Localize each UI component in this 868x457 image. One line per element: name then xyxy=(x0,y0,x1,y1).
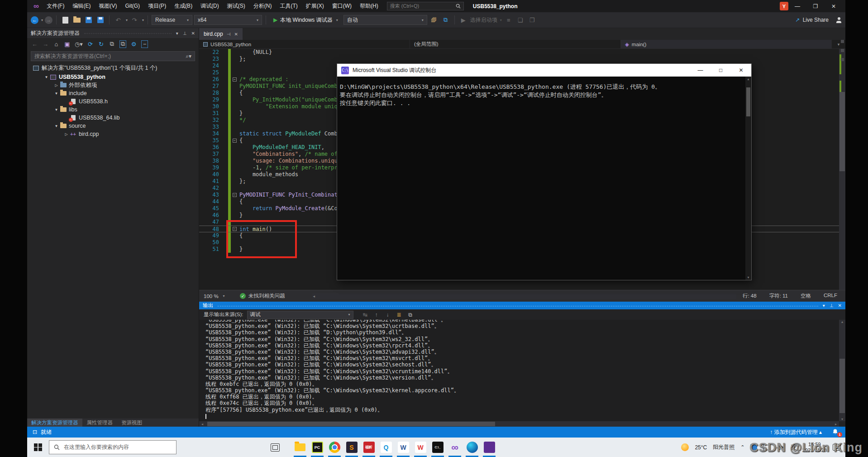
line-indicator[interactable]: 行: 48 xyxy=(743,293,757,299)
pin-icon[interactable]: ⊥ xyxy=(830,303,834,308)
menu-item[interactable]: 帮助(H) xyxy=(356,0,382,12)
fold-marker[interactable]: − xyxy=(231,76,238,83)
platform-select[interactable]: x64▾ xyxy=(194,15,262,25)
taskbar-app-foxit-reader[interactable]: 福昕 xyxy=(360,438,377,457)
open-file-icon[interactable] xyxy=(72,15,82,25)
redo-dropdown[interactable]: ▾ xyxy=(142,18,144,22)
attach-mode-select[interactable]: 自动▾ xyxy=(343,15,427,25)
home-icon[interactable]: ⌂ xyxy=(53,40,60,48)
solution-explorer-sync-icon[interactable]: 🗊 xyxy=(429,15,439,25)
scrollbar-thumb[interactable] xyxy=(746,87,750,116)
editor-horizontal-scrollbar[interactable]: ◂ xyxy=(312,293,736,299)
refresh-icon[interactable]: ⟳ xyxy=(87,40,94,48)
minimize-button[interactable]: — xyxy=(788,0,806,12)
taskbar-app-wps-office[interactable]: W xyxy=(412,438,429,457)
feedback-person-icon[interactable] xyxy=(836,17,842,23)
chevron-expanded-icon[interactable]: ▼ xyxy=(53,91,59,96)
quick-search-box[interactable]: 搜索 (Ctrl+Q) xyxy=(387,2,464,10)
console-scrollbar[interactable]: ▴▾ xyxy=(745,77,751,280)
show-all-files-icon[interactable]: ⧉ xyxy=(119,40,126,48)
sync-with-active-document-icon[interactable]: ↻ xyxy=(98,40,105,48)
history-icon[interactable]: ◷▾ xyxy=(75,40,83,48)
taskbar-app-command-prompt[interactable]: C:\_ xyxy=(429,438,446,457)
toggle-output-window-icon[interactable]: ⧉ xyxy=(407,312,414,318)
output-panel-header[interactable]: 输出 ▾ ⊥ ✕ xyxy=(199,302,845,309)
menu-item[interactable]: 调试(D) xyxy=(196,0,223,12)
code-window-icon[interactable]: ⧉ xyxy=(441,15,451,25)
task-view-button[interactable] xyxy=(271,443,280,452)
startup-item-label[interactable]: 选择启动项 xyxy=(470,16,497,24)
temperature[interactable]: 25°C xyxy=(695,444,707,451)
scrollbar-thumb[interactable] xyxy=(207,422,495,426)
bottom-tab-2[interactable]: 资源视图 xyxy=(117,419,146,427)
taskbar-app-sublime-text[interactable]: S xyxy=(343,438,360,457)
pending-changes-icon[interactable]: ▣ xyxy=(64,40,71,48)
chevron-collapsed-icon[interactable]: ▷ xyxy=(63,132,69,136)
tree-item-bird.cpp[interactable]: ▷++bird.cpp xyxy=(27,130,199,138)
navigate-back-dropdown[interactable]: ▾ xyxy=(41,18,43,22)
undo-icon[interactable]: ↶ xyxy=(113,15,123,25)
menu-item[interactable]: 编辑(E) xyxy=(68,0,95,12)
eol-indicator[interactable]: CRLF xyxy=(824,293,837,299)
configuration-select[interactable]: Release▾ xyxy=(152,15,192,25)
close-icon[interactable]: ✕ xyxy=(191,31,195,36)
clear-all-icon[interactable]: ≣ xyxy=(396,312,403,318)
scrollbar-thumb[interactable] xyxy=(839,92,845,171)
hidden-icons-chevron[interactable]: ⌃ xyxy=(740,444,744,450)
taskbar-app-chrome[interactable] xyxy=(326,438,343,457)
window-position-icon[interactable]: ▾ xyxy=(176,31,178,36)
solution-root-row[interactable]: 解决方案"USB5538_python"(1 个项目/共 1 个) xyxy=(27,63,199,73)
chevron-expanded-icon[interactable]: ▼ xyxy=(53,108,59,112)
account-avatar[interactable]: Y xyxy=(780,2,788,10)
fold-marker[interactable]: − xyxy=(231,192,238,198)
weather-sun-icon[interactable] xyxy=(681,443,689,451)
close-icon[interactable]: ✕ xyxy=(838,303,842,308)
taskbar-app-screenshot-tool[interactable] xyxy=(481,438,498,457)
console-title-bar[interactable]: C:\ Microsoft Visual Studio 调试控制台 — □ ✕ xyxy=(337,64,751,77)
chevron-expanded-icon[interactable]: ▼ xyxy=(53,124,59,128)
menu-item[interactable]: 文件(F) xyxy=(43,0,68,12)
weather-label[interactable]: 阳光普照 xyxy=(713,443,734,451)
char-indicator[interactable]: 字符: 11 xyxy=(769,293,788,299)
output-source-select[interactable]: 调试▾ xyxy=(247,311,353,319)
forward-icon[interactable]: → xyxy=(42,40,49,48)
solution-search-box[interactable]: 搜索解决方案资源管理器(Ctrl+;) ⌕▾ xyxy=(31,51,195,61)
menu-item[interactable]: 生成(B) xyxy=(170,0,196,12)
breadcrumb-scope-dropdown[interactable]: (全局范围) xyxy=(410,40,621,48)
close-button[interactable]: ✕ xyxy=(731,64,751,77)
navigate-back-button[interactable]: ← xyxy=(31,16,38,24)
breadcrumb-project-dropdown[interactable]: USB5538_python xyxy=(199,40,410,48)
taskbar-app-visual-studio[interactable]: ∞ xyxy=(446,438,463,457)
menu-item[interactable]: 视图(V) xyxy=(95,0,121,12)
taskbar-app-file-explorer[interactable] xyxy=(291,438,309,457)
menu-item[interactable]: 工具(T) xyxy=(276,0,301,12)
menu-item[interactable]: 分析(N) xyxy=(249,0,276,12)
taskbar-app-word-app[interactable]: W xyxy=(395,438,412,457)
restore-button[interactable]: ❐ xyxy=(806,0,825,12)
start-debugging-button[interactable]: ▶ 本地 Windows 调试器▾ xyxy=(270,14,342,25)
live-share-label[interactable]: Live Share xyxy=(803,17,829,23)
output-log[interactable]: “USB5538_python.exe” (Win32): 已加载 “C:\Wi… xyxy=(199,320,839,421)
menu-item[interactable]: 测试(S) xyxy=(223,0,249,12)
space-indicator[interactable]: 空格 xyxy=(801,293,811,299)
pin-icon[interactable]: ⊣ xyxy=(227,32,231,37)
word-wrap-icon[interactable]: ↹ xyxy=(362,312,369,318)
jump-prev-icon[interactable]: ↑ xyxy=(373,312,380,318)
start-button[interactable] xyxy=(27,438,49,457)
taskbar-app-pycharm[interactable]: PC xyxy=(309,438,326,457)
collapse-all-icon[interactable]: − xyxy=(141,40,148,48)
tree-item-usb5538_python[interactable]: ▼USB5538_python xyxy=(27,73,199,81)
scrollbar-thumb[interactable] xyxy=(839,359,845,413)
pin-icon[interactable]: ⊥ xyxy=(183,31,187,36)
document-tab-bird-cpp[interactable]: bird.cpp ⊣ ✕ xyxy=(199,28,243,40)
tree-item-source[interactable]: ▼source xyxy=(27,122,199,130)
breadcrumb-member-dropdown[interactable]: ◈ main() xyxy=(621,40,832,48)
back-icon[interactable]: ← xyxy=(31,40,38,48)
properties-wrench-icon[interactable]: ⚙ xyxy=(130,40,137,48)
tree-item-libs[interactable]: ▼libs xyxy=(27,106,199,114)
window-position-icon[interactable]: ▾ xyxy=(823,303,825,308)
new-file-icon[interactable] xyxy=(60,15,70,25)
minimize-button[interactable]: — xyxy=(690,64,711,77)
chevron-expanded-icon[interactable]: ▼ xyxy=(43,75,49,79)
save-all-icon[interactable] xyxy=(95,15,105,25)
